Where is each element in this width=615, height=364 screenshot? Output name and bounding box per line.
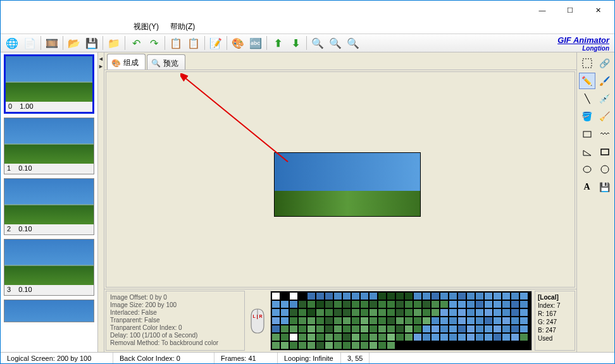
tab-compose[interactable]: 🎨 组成 [107,54,146,70]
color-swatch[interactable] [280,308,289,317]
color-swatch[interactable] [316,317,325,325]
color-swatch[interactable] [378,292,387,300]
color-swatch[interactable] [298,341,307,349]
color-swatch[interactable] [511,317,519,325]
color-swatch[interactable] [369,333,378,341]
color-swatch[interactable] [449,317,457,325]
color-swatch[interactable] [413,300,422,308]
color-swatch[interactable] [422,308,431,317]
eyedropper-icon[interactable]: 💉 [597,90,613,107]
color-swatch[interactable] [387,333,395,341]
folder-icon[interactable]: 📁 [106,35,122,51]
color-swatch[interactable] [475,308,484,317]
color-swatch[interactable] [280,341,289,349]
color-swatch[interactable] [457,325,466,333]
color-swatch[interactable] [440,300,449,308]
down-icon[interactable]: ⬇ [287,35,304,51]
color-swatch[interactable] [333,300,342,308]
color-swatch[interactable] [289,292,298,300]
undo-icon[interactable]: ↶ [128,35,144,51]
brush-icon[interactable]: 🖌️ [597,73,613,89]
color-swatch[interactable] [280,333,289,341]
color-swatch[interactable] [422,292,431,300]
color-swatch[interactable] [289,308,298,317]
color-swatch[interactable] [333,292,342,300]
color-swatch[interactable] [325,308,333,317]
polygon-icon[interactable] [579,143,595,160]
color-swatch[interactable] [502,333,511,341]
color-swatch[interactable] [333,341,342,349]
color-swatch[interactable] [369,308,378,317]
color-swatch[interactable] [351,341,360,349]
color-swatch[interactable] [316,341,325,349]
color-swatch[interactable] [378,317,387,325]
color-swatch[interactable] [307,341,316,349]
color-swatch[interactable] [289,300,298,308]
color-swatch[interactable] [440,317,449,325]
color-swatch[interactable] [378,308,387,317]
color-swatch[interactable] [519,292,528,300]
chevron-right-icon[interactable]: ► [98,63,104,70]
color-swatch[interactable] [457,308,466,317]
effect2-icon[interactable]: 🔤 [247,35,264,51]
color-swatch[interactable] [271,292,280,300]
color-swatch[interactable] [466,317,475,325]
color-swatch[interactable] [387,292,395,300]
edit-icon[interactable]: 📝 [208,35,224,51]
color-swatch[interactable] [325,325,333,333]
color-swatch[interactable] [395,300,404,308]
color-swatch[interactable] [484,292,493,300]
color-swatch[interactable] [502,308,511,317]
menu-view[interactable]: 视图(Y) [134,21,159,32]
zoom-out-icon[interactable]: 🔍 [327,35,344,51]
color-swatch[interactable] [404,292,413,300]
color-swatch[interactable] [519,300,528,308]
color-swatch[interactable] [431,333,440,341]
close-button[interactable]: ✕ [584,1,612,19]
color-swatch[interactable] [449,333,457,341]
color-swatch[interactable] [457,317,466,325]
color-swatch[interactable] [466,308,475,317]
color-swatch[interactable] [360,341,369,349]
color-swatch[interactable] [502,300,511,308]
color-swatch[interactable] [342,292,351,300]
color-swatch[interactable] [431,292,440,300]
color-swatch[interactable] [475,292,484,300]
color-swatch[interactable] [511,292,519,300]
circle-icon[interactable] [597,161,613,178]
color-swatch[interactable] [369,325,378,333]
color-swatch[interactable] [475,333,484,341]
fill-icon[interactable]: 🪣 [579,108,595,124]
lasso-icon[interactable]: 🔗 [597,55,613,71]
color-swatch[interactable] [325,300,333,308]
maximize-button[interactable]: ☐ [556,1,584,19]
copy-icon[interactable]: 📋 [168,35,184,51]
color-swatch[interactable] [360,333,369,341]
rect-icon[interactable] [579,126,595,142]
color-swatch[interactable] [271,308,280,317]
color-swatch[interactable] [449,300,457,308]
color-swatch[interactable] [440,292,449,300]
film-icon[interactable]: 🎞️ [44,35,60,51]
color-swatch[interactable] [307,317,316,325]
color-swatch[interactable] [333,317,342,325]
color-swatch[interactable] [378,333,387,341]
frame-thumb[interactable]: 30.10 [4,239,94,296]
color-swatch[interactable] [298,308,307,317]
color-swatch[interactable] [280,300,289,308]
effect1-icon[interactable]: 🎨 [230,35,246,51]
eraser-icon[interactable]: 🧹 [597,108,613,124]
color-swatch[interactable] [316,308,325,317]
color-swatch[interactable] [519,325,528,333]
color-swatch[interactable] [440,333,449,341]
paste-icon[interactable]: 📋 [185,35,202,51]
color-swatch[interactable] [298,325,307,333]
splitter[interactable]: ◄ ► [98,52,104,352]
color-swatch[interactable] [342,317,351,325]
color-swatch[interactable] [298,292,307,300]
save-icon[interactable]: 💾 [84,35,100,51]
color-swatch[interactable] [316,300,325,308]
color-swatch[interactable] [307,325,316,333]
color-swatch[interactable] [431,308,440,317]
color-swatch[interactable] [484,308,493,317]
